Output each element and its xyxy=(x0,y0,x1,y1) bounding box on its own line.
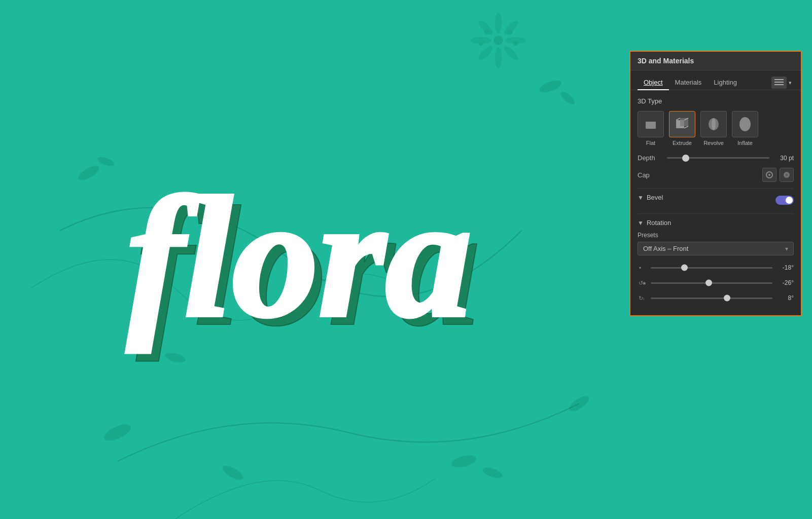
type-btn-revolve[interactable]: Revolve xyxy=(700,111,727,146)
svg-point-19 xyxy=(102,421,133,444)
extrude-icon xyxy=(669,111,695,137)
rotation-section-header[interactable]: ▼ Rotation xyxy=(638,219,794,227)
svg-point-5 xyxy=(495,13,502,33)
bevel-toggle-knob xyxy=(786,197,793,204)
svg-point-7 xyxy=(471,37,491,44)
svg-point-36 xyxy=(712,118,716,130)
bevel-header: ▼ Bevel xyxy=(638,194,775,206)
rotation-z-track[interactable] xyxy=(651,298,772,299)
preset-dropdown[interactable]: Off Axis – Front ▾ xyxy=(638,242,794,255)
tab-materials[interactable]: Materials xyxy=(669,76,708,90)
panel-options-icon[interactable] xyxy=(771,77,787,89)
svg-point-12 xyxy=(502,44,520,62)
panel-chevron-icon[interactable]: ▾ xyxy=(787,80,794,86)
svg-point-37 xyxy=(739,117,751,131)
svg-point-0 xyxy=(493,36,503,45)
svg-rect-31 xyxy=(680,118,688,126)
cap-row: Cap xyxy=(638,168,794,182)
rotation-x-value[interactable]: -18° xyxy=(775,264,794,271)
tab-lighting[interactable]: Lighting xyxy=(708,76,743,90)
svg-rect-27 xyxy=(774,82,784,83)
presets-label: Presets xyxy=(638,232,794,239)
svg-point-20 xyxy=(221,463,245,483)
rotation-z-row: ↻ ↕ 8° xyxy=(638,293,794,303)
bevel-toggle[interactable] xyxy=(775,196,794,205)
rotation-y-value[interactable]: -26° xyxy=(775,279,794,286)
flora-text: flora flora xyxy=(96,102,553,417)
3d-materials-panel: 3D and Materials Object Materials Lighti… xyxy=(629,51,802,316)
panel-content: 3D Type Flat xyxy=(630,90,801,315)
rotation-y-icon: ↺ ✱ xyxy=(638,278,648,288)
svg-rect-26 xyxy=(774,79,784,80)
rotation-chevron-icon: ▼ xyxy=(638,219,644,227)
svg-point-6 xyxy=(495,47,502,68)
svg-text:↕: ↕ xyxy=(643,296,645,301)
rotation-y-row: ↺ ✱ -26° xyxy=(638,278,794,288)
rotation-x-thumb[interactable] xyxy=(681,265,688,271)
svg-point-41 xyxy=(786,174,788,176)
svg-point-1 xyxy=(484,29,489,34)
svg-point-18 xyxy=(559,90,577,106)
rotation-section: ▼ Rotation Presets Off Axis – Front ▾ • xyxy=(638,219,794,303)
svg-point-4 xyxy=(513,41,518,46)
preset-dropdown-value: Off Axis – Front xyxy=(643,245,785,252)
rotation-y-thumb[interactable] xyxy=(705,280,712,286)
depth-label: Depth xyxy=(638,154,663,162)
cap-btn-open[interactable] xyxy=(762,168,776,182)
divider-1 xyxy=(638,188,794,189)
3d-type-label: 3D Type xyxy=(638,97,794,105)
bevel-title: Bevel xyxy=(647,194,663,201)
panel-title: 3D and Materials xyxy=(638,57,694,65)
svg-text:✱: ✱ xyxy=(643,281,646,286)
3d-type-buttons: Flat Extrude xyxy=(638,111,794,146)
panel-header: 3D and Materials xyxy=(630,52,801,70)
depth-slider-thumb[interactable] xyxy=(682,155,689,162)
svg-line-32 xyxy=(676,118,680,120)
svg-rect-29 xyxy=(646,122,656,129)
rotation-x-row: • -18° xyxy=(638,263,794,273)
rotation-y-track[interactable] xyxy=(651,282,772,284)
flat-icon xyxy=(638,111,664,137)
svg-text:•: • xyxy=(639,265,641,272)
svg-line-34 xyxy=(684,126,688,128)
svg-point-11 xyxy=(477,44,495,62)
panel-tabs: Object Materials Lighting ▾ xyxy=(630,70,801,90)
rotation-x-icon: • xyxy=(638,263,648,273)
preset-dropdown-arrow-icon: ▾ xyxy=(785,245,788,252)
rotation-title: Rotation xyxy=(647,219,671,227)
svg-point-10 xyxy=(502,19,520,36)
inflate-icon xyxy=(732,111,758,137)
bevel-chevron-icon: ▼ xyxy=(638,194,644,201)
rotation-z-value[interactable]: 8° xyxy=(775,294,794,302)
cap-btn-closed[interactable] xyxy=(780,168,794,182)
svg-rect-28 xyxy=(774,84,784,85)
svg-point-23 xyxy=(567,393,591,414)
depth-slider-track[interactable] xyxy=(667,157,769,159)
depth-row: Depth 30 pt xyxy=(638,154,794,162)
svg-point-3 xyxy=(479,41,483,46)
depth-value[interactable]: 30 pt xyxy=(773,155,794,162)
type-btn-extrude[interactable]: Extrude xyxy=(669,111,695,146)
svg-point-8 xyxy=(505,37,526,44)
svg-point-9 xyxy=(477,19,495,36)
cap-label: Cap xyxy=(638,171,762,179)
type-btn-flat[interactable]: Flat xyxy=(638,111,664,146)
type-btn-inflate[interactable]: Inflate xyxy=(732,111,758,146)
rotation-z-icon: ↻ ↕ xyxy=(638,293,648,303)
divider-2 xyxy=(638,213,794,214)
svg-text:flora: flora xyxy=(127,162,472,353)
rotation-x-track[interactable] xyxy=(651,267,772,269)
svg-point-39 xyxy=(768,174,770,176)
cap-buttons xyxy=(762,168,794,182)
svg-point-22 xyxy=(481,465,504,480)
depth-slider-container: 30 pt xyxy=(667,155,794,162)
bevel-section-header[interactable]: ▼ Bevel xyxy=(638,194,775,201)
svg-point-17 xyxy=(538,78,562,95)
svg-point-21 xyxy=(450,453,477,470)
revolve-icon xyxy=(700,111,727,137)
bevel-row: ▼ Bevel xyxy=(638,194,794,206)
svg-point-2 xyxy=(507,29,513,34)
tab-object[interactable]: Object xyxy=(638,76,669,90)
rotation-z-thumb[interactable] xyxy=(724,295,730,302)
